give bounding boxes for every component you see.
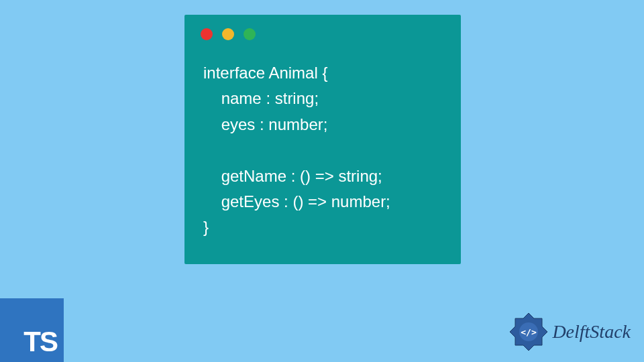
code-window: interface Animal { name : string; eyes :… bbox=[184, 15, 461, 264]
code-content: interface Animal { name : string; eyes :… bbox=[184, 40, 461, 241]
brand-name: DelftStack bbox=[552, 321, 631, 343]
delftstack-logo-icon: </> bbox=[508, 311, 549, 353]
close-dot-icon bbox=[201, 28, 213, 40]
typescript-badge-label: TS bbox=[23, 326, 57, 358]
brand-logo-container: </> DelftStack bbox=[508, 311, 631, 353]
minimize-dot-icon bbox=[222, 28, 234, 40]
maximize-dot-icon bbox=[244, 28, 256, 40]
window-controls bbox=[184, 15, 461, 40]
typescript-badge: TS bbox=[0, 298, 64, 362]
svg-text:</>: </> bbox=[521, 327, 537, 337]
